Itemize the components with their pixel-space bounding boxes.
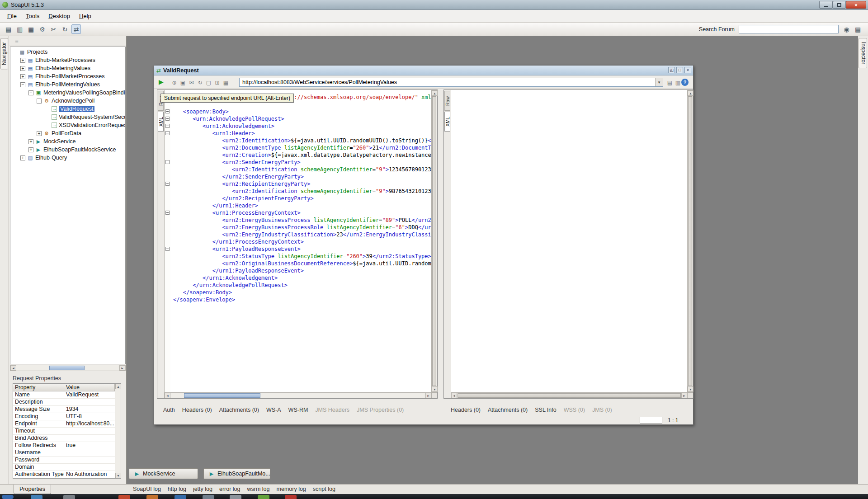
add-to-testcase-icon[interactable]: ⊕ — [170, 79, 178, 86]
add-to-mockservice-icon[interactable]: ▣ — [179, 79, 187, 86]
scroll-down-icon[interactable]: ▼ — [432, 386, 438, 392]
recreate-request-icon[interactable]: ↻ — [196, 79, 204, 86]
property-row[interactable]: Username — [13, 449, 121, 457]
response-xml-tab[interactable]: XML — [444, 112, 450, 132]
request-xml-tab[interactable]: XML — [158, 112, 164, 132]
fold-icon[interactable] — [165, 182, 170, 186]
endpoint-combo[interactable]: http://localhost:8083/WebService/service… — [239, 78, 663, 87]
property-row[interactable]: Password — [13, 457, 121, 464]
expand-icon[interactable]: + — [20, 58, 25, 63]
minimize-button[interactable] — [819, 1, 833, 9]
log-tab[interactable]: jetty log — [193, 486, 212, 492]
export-request-icon[interactable]: ▦ — [222, 79, 230, 86]
request-inspector-tab[interactable]: Headers (0) — [182, 407, 212, 413]
scroll-down-icon[interactable]: ▼ — [688, 386, 693, 392]
scroll-up-icon[interactable]: ▲ — [115, 384, 121, 389]
fold-icon[interactable] — [165, 124, 170, 128]
property-value[interactable]: true — [64, 442, 115, 449]
property-column-header[interactable]: Property — [13, 384, 64, 391]
close-button[interactable]: × — [846, 1, 866, 9]
tree-row[interactable]: −⚙AcknowledgePoll — [10, 97, 125, 105]
scroll-down-icon[interactable]: ▼ — [115, 473, 121, 478]
search-forum-input[interactable] — [739, 25, 839, 33]
request-inspector-tab[interactable]: WS-RM — [288, 407, 308, 413]
close-frame-icon[interactable]: × — [684, 67, 691, 73]
expand-icon[interactable]: + — [20, 155, 25, 160]
maximize-frame-icon[interactable]: □ — [676, 67, 683, 73]
fold-icon[interactable] — [165, 160, 170, 164]
tree-row[interactable]: +▶ElhubSoapFaultMockService — [10, 146, 125, 154]
tree-row[interactable]: →ValidRequest — [10, 105, 125, 113]
property-row[interactable]: Timeout — [13, 428, 121, 435]
menu-help[interactable]: Help — [75, 10, 96, 22]
import-workspace-icon[interactable]: ▥ — [15, 24, 24, 34]
log-tab[interactable]: script log — [313, 486, 335, 492]
property-value[interactable]: UTF-8 — [64, 413, 115, 420]
property-row[interactable]: EncodingUTF-8 — [13, 413, 121, 420]
log-tab[interactable]: error log — [219, 486, 241, 492]
expand-icon[interactable]: + — [20, 66, 25, 71]
tree-row[interactable]: +▶MockService — [10, 137, 125, 146]
log-tab[interactable]: memory log — [277, 486, 306, 492]
property-value[interactable]: http://localhost:80... — [64, 420, 115, 427]
fold-icon[interactable] — [165, 211, 170, 215]
taskbar-icon[interactable] — [258, 495, 269, 499]
submit-request-button[interactable]: ▶ — [159, 78, 164, 85]
maximize-button[interactable] — [833, 1, 846, 9]
tree-row[interactable]: ▦Projects — [10, 48, 125, 56]
help-book-icon[interactable]: ▤ — [853, 24, 863, 34]
property-row[interactable]: NameValidRequest — [13, 391, 121, 399]
scroll-thumb[interactable] — [49, 366, 85, 370]
tree-row[interactable]: →ValidRequest-System/Securi — [10, 113, 125, 121]
minimized-elhubsoapfault-window[interactable]: ▶ ElhubSoapFaultMo... — [203, 468, 270, 479]
property-row[interactable]: Endpointhttp://localhost:80... — [13, 420, 121, 428]
menu-file[interactable]: File — [3, 10, 21, 22]
response-horizontal-scrollbar[interactable]: ◄ ► — [451, 392, 687, 398]
taskbar-icon[interactable] — [285, 495, 297, 499]
fold-icon[interactable] — [165, 131, 170, 135]
property-row[interactable]: Description — [13, 399, 121, 406]
property-value[interactable]: No Authorization — [64, 471, 115, 478]
scroll-up-icon[interactable]: ▲ — [432, 90, 438, 96]
fold-icon[interactable] — [165, 109, 170, 113]
add-wsa-headers-icon[interactable]: ⊞ — [213, 79, 221, 86]
property-value[interactable]: 1934 — [64, 406, 115, 413]
scroll-right-icon[interactable]: ► — [681, 393, 687, 398]
property-row[interactable]: Message Size1934 — [13, 406, 121, 413]
tree-row[interactable]: +▤Elhub-MarketProcesses — [10, 56, 125, 64]
property-value[interactable]: ValidRequest — [64, 391, 115, 398]
tabbed-layout-icon[interactable]: ▤ — [666, 79, 674, 86]
tree-row[interactable]: →XSDValidationErrorRequest — [10, 121, 125, 129]
tree-row[interactable]: +▤Elhub-Query — [10, 154, 125, 162]
expand-icon[interactable]: + — [28, 139, 33, 144]
navigator-tab[interactable]: Navigator — [0, 38, 8, 69]
tree-row[interactable]: +▤Elhub-PollMarketProcesses — [10, 72, 125, 80]
property-row[interactable]: Domain — [13, 464, 121, 471]
property-row[interactable]: Follow Redirectstrue — [13, 442, 121, 449]
taskbar-icon[interactable] — [63, 495, 75, 499]
tree-row[interactable]: +▤Elhub-MeteringValues — [10, 64, 125, 72]
response-inspector-tab[interactable]: SSL Info — [535, 407, 557, 413]
scroll-right-icon[interactable]: ► — [425, 393, 431, 398]
response-raw-tab[interactable]: Raw — [444, 91, 450, 111]
value-column-header[interactable]: Value — [64, 384, 115, 391]
taskbar-icon[interactable] — [118, 495, 130, 499]
property-row[interactable]: Bind Address — [13, 435, 121, 442]
log-tab[interactable]: SoapUI log — [133, 486, 161, 492]
scroll-left-icon[interactable]: ◄ — [451, 393, 457, 398]
scroll-right-icon[interactable]: ► — [119, 365, 125, 371]
scroll-thumb[interactable] — [458, 393, 681, 398]
properties-scrollbar[interactable]: ▲ ▼ — [115, 384, 121, 478]
request-xml-editor[interactable]: <soapenv:Envelope xmlns:soapenv="http://… — [170, 90, 431, 392]
navigator-options-icon[interactable]: ≡ — [13, 37, 21, 45]
tree-row[interactable]: +⚙PollForData — [10, 129, 125, 137]
proxy-icon[interactable]: ↻ — [60, 24, 70, 34]
collapse-icon[interactable]: − — [28, 90, 33, 95]
request-horizontal-scrollbar[interactable]: ◄ ► — [165, 392, 431, 398]
inspector-tab[interactable]: Inspector — [859, 38, 867, 68]
windows-taskbar[interactable] — [0, 494, 868, 499]
editor-splitter[interactable] — [438, 89, 443, 399]
expand-icon[interactable]: + — [20, 74, 25, 79]
response-inspector-tab[interactable]: Attachments (0) — [488, 407, 528, 413]
taskbar-icon[interactable] — [31, 495, 42, 499]
